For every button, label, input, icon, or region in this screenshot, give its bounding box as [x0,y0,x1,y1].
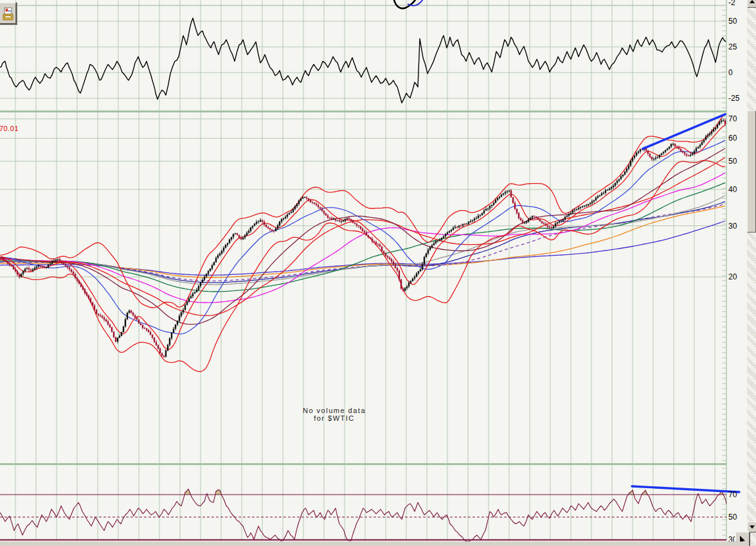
svg-text:50: 50 [728,17,737,26]
rsi-series [0,489,726,542]
no-volume-notice: No volume data for $WTIC [270,407,399,422]
sma-165 [0,195,725,285]
rsi-overbought-fill [0,489,726,542]
annotation-arc[interactable] [393,0,424,8]
last-price-label: 70.01 [0,125,19,132]
no-volume-line2: for $WTIC [270,414,399,422]
top-oscillator-series [0,18,726,103]
scrollbar-thumb[interactable] [747,110,756,233]
main-trendline[interactable] [643,114,725,149]
window-bottom-edge [0,542,747,546]
svg-text:50: 50 [728,513,737,522]
arrow-up-icon [750,0,755,3]
sma-25 [0,140,725,334]
scroll-up-button[interactable] [747,0,756,8]
svg-text:-25: -25 [728,94,740,103]
chart-window: -250250-25706050403020705030 70.01 No vo… [0,0,756,546]
no-volume-line1: No volume data [270,407,399,414]
sma-195 [0,204,725,281]
vertical-scrollbar[interactable] [747,0,756,546]
bollinger-upper [0,114,725,308]
moving-average-overlays [0,114,725,372]
svg-text:20: 20 [728,272,737,281]
chart-tool-button[interactable] [0,2,17,24]
sma-8 [0,125,725,350]
svg-text:0: 0 [728,68,733,77]
axis-label-clipped: -2 [728,0,735,7]
svg-text:40: 40 [728,185,737,194]
rsi-levels [0,495,726,540]
svg-text:70: 70 [728,114,737,123]
svg-text:25: 25 [728,42,737,51]
candlestick-series [1,119,726,358]
chart-canvas: -250250-25706050403020705030 [0,0,747,546]
svg-text:60: 60 [728,134,737,143]
svg-text:70: 70 [728,490,737,499]
chart-image-icon [3,6,14,21]
axis-labels: -250250-25706050403020705030 [728,0,740,544]
arrow-down-icon [750,525,755,529]
sma-95 [0,173,725,303]
svg-text:50: 50 [728,157,737,166]
svg-text:30: 30 [728,222,737,231]
